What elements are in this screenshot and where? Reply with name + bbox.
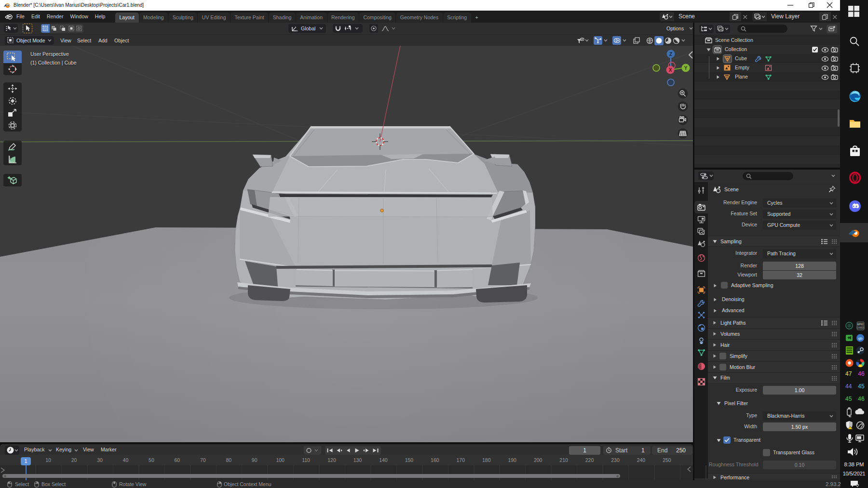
svg-text:X: X: [669, 67, 672, 73]
svg-text:qb: qb: [858, 336, 863, 341]
svg-text:EPIC: EPIC: [857, 323, 864, 326]
svg-text:Y: Y: [684, 66, 688, 71]
svg-text:!: !: [852, 427, 853, 431]
svg-text:GAMES: GAMES: [856, 327, 864, 329]
svg-text:Z: Z: [669, 52, 672, 57]
